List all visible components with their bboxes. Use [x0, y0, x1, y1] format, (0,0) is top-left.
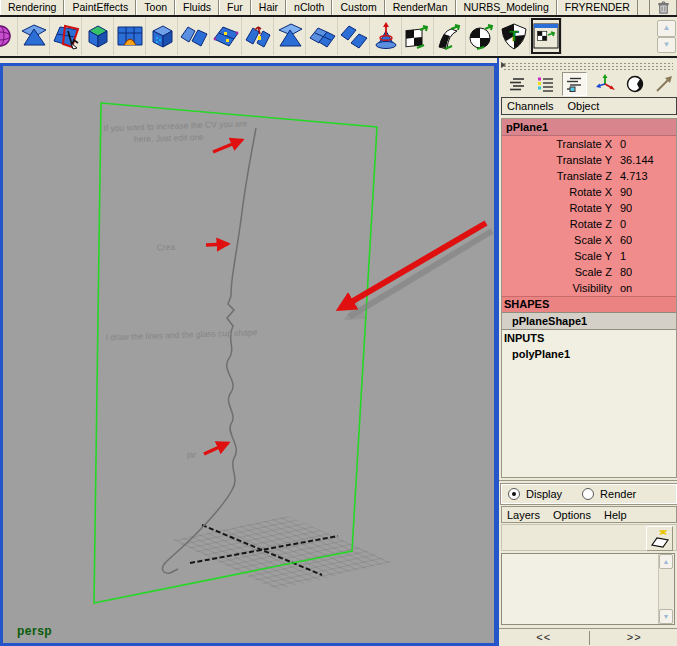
inputs-section-header: INPUTS: [502, 330, 676, 346]
pager-prev-button[interactable]: <<: [499, 629, 589, 646]
shape-node-name[interactable]: pPlaneShape1: [502, 312, 676, 330]
poly-plane-cursor-icon[interactable]: [50, 17, 82, 55]
channel-row: Rotate X90: [502, 184, 676, 200]
manipulator-icon[interactable]: [593, 72, 619, 96]
shelf-tab-bar: Rendering PaintEffects Toon Fluids Fur H…: [0, 0, 677, 17]
tab-fryrender[interactable]: FRYRENDER: [557, 0, 638, 15]
channel-row: Translate Z4.713: [502, 168, 676, 184]
channel-value[interactable]: 80: [620, 264, 676, 280]
annotation-note2: Crea: [156, 242, 175, 253]
uv-bend-checker-icon[interactable]: [434, 17, 466, 55]
new-layer-icon: [650, 530, 670, 548]
svg-text:T: T: [509, 27, 518, 44]
tab-custom[interactable]: Custom: [332, 0, 384, 15]
display-radio[interactable]: [508, 488, 520, 500]
new-layer-button[interactable]: [646, 526, 673, 551]
shelf-scroll-up[interactable]: ▲: [657, 20, 676, 37]
channel-value[interactable]: 90: [620, 184, 676, 200]
channel-value[interactable]: 0: [620, 216, 676, 232]
pager-next-button[interactable]: >>: [590, 629, 677, 646]
tab-painteffects[interactable]: PaintEffects: [64, 0, 136, 15]
display-radio-label[interactable]: Display: [526, 488, 562, 500]
panel-drag-handle[interactable]: [503, 61, 673, 70]
channel-row: Scale Y1: [502, 248, 676, 264]
handle-arrow-icon: [501, 62, 506, 68]
annotation-note1a: If you want to increase the CV you are: [103, 118, 248, 133]
tab-ncloth[interactable]: nCloth: [286, 0, 332, 15]
layer-mode-row: Display Render: [501, 484, 677, 504]
channel-value[interactable]: on: [620, 280, 676, 296]
profile-curve[interactable]: [163, 128, 256, 573]
perspective-viewport[interactable]: If you want to increase the CV you are h…: [0, 63, 497, 646]
shelf-scroll-down[interactable]: ▼: [657, 37, 676, 54]
soft-mod-cone-icon[interactable]: [370, 17, 402, 55]
tab-fur[interactable]: Fur: [219, 0, 251, 15]
menu-channels[interactable]: Channels: [507, 100, 553, 112]
poly-plane-pair-icon[interactable]: [306, 17, 338, 55]
camera-label: persp: [17, 624, 52, 638]
uv-sphere-checker-icon[interactable]: [466, 17, 498, 55]
annotation-note3: I draw the lines and the glass cup shape: [106, 327, 258, 342]
channel-label: Translate Z: [502, 168, 612, 184]
channel-box-menubar: Channels Object: [501, 97, 677, 115]
menu-object[interactable]: Object: [567, 100, 599, 112]
poly-pyramid-tilt-icon[interactable]: [274, 17, 306, 55]
layer-list-scrollbar[interactable]: ▲ ▼: [658, 554, 674, 624]
tab-rendering[interactable]: Rendering: [0, 0, 64, 15]
poly-cube-green-top-icon[interactable]: [82, 17, 114, 55]
channel-value[interactable]: 1: [620, 248, 676, 264]
render-radio[interactable]: [582, 488, 594, 500]
render-radio-label[interactable]: Render: [600, 488, 636, 500]
channel-row: Translate Y36.144: [502, 152, 676, 168]
channel-value[interactable]: 36.144: [620, 152, 676, 168]
list-plain-icon[interactable]: [504, 72, 530, 96]
tab-toon[interactable]: Toon: [136, 0, 175, 15]
poly-planes-duo-icon[interactable]: [338, 17, 370, 55]
annotation-note4: jar: [186, 449, 197, 459]
channel-box-panel: Channels Object pPlane1 Translate X0 Tra…: [497, 58, 677, 646]
poly-cube-dotted-icon[interactable]: [146, 17, 178, 55]
poly-planes-split-icon[interactable]: [242, 17, 274, 55]
tab-renderman[interactable]: RenderMan: [385, 0, 456, 15]
menu-options[interactable]: Options: [553, 509, 591, 521]
big-arrow: [341, 223, 486, 308]
tab-nurbs-modeling[interactable]: NURBS_Modeling: [456, 0, 557, 15]
tab-hair[interactable]: Hair: [251, 0, 286, 15]
scroll-down-icon[interactable]: ▼: [659, 609, 673, 624]
menu-help[interactable]: Help: [604, 509, 627, 521]
channel-value[interactable]: 60: [620, 232, 676, 248]
menu-layers[interactable]: Layers: [507, 509, 540, 521]
tab-fluids[interactable]: Fluids: [175, 0, 219, 15]
list-boxed-icon[interactable]: [562, 72, 588, 96]
node-name[interactable]: pPlane1: [502, 119, 676, 136]
channel-row: Scale Z80: [502, 264, 676, 280]
shapes-section-header: SHAPES: [502, 296, 676, 312]
uv-shield-t-icon[interactable]: T: [498, 17, 530, 55]
trash-icon[interactable]: [649, 0, 677, 15]
channel-label: Rotate Y: [502, 200, 612, 216]
trash-icon-glyph: [657, 1, 670, 14]
poly-sphere-partial-icon[interactable]: [0, 17, 18, 55]
channel-value[interactable]: 0: [620, 136, 676, 152]
layer-pager: << >>: [499, 628, 677, 646]
channel-row: Rotate Z0: [502, 216, 676, 232]
poly-plane-arch-icon[interactable]: [114, 17, 146, 55]
poly-plane-extract-icon[interactable]: [210, 17, 242, 55]
contrast-circle-icon[interactable]: [622, 72, 648, 96]
viewport-annotations: If you want to increase the CV you are h…: [98, 118, 262, 462]
channel-label: Visibility: [502, 280, 612, 296]
scroll-up-icon[interactable]: ▲: [659, 554, 673, 569]
uv-plane-checker-icon[interactable]: [402, 17, 434, 55]
channel-value[interactable]: 4.713: [620, 168, 676, 184]
channel-value[interactable]: 90: [620, 200, 676, 216]
layer-editor-menubar: Layers Options Help: [501, 506, 677, 523]
poly-two-planes-icon[interactable]: [178, 17, 210, 55]
speed-arrow-icon[interactable]: [651, 72, 677, 96]
layer-list[interactable]: ▲ ▼: [501, 553, 675, 625]
uv-window-checker-icon[interactable]: [530, 17, 562, 55]
poly-pyramid-plane-icon[interactable]: [18, 17, 50, 55]
channel-label: Translate Y: [502, 152, 612, 168]
channel-label: Scale Z: [502, 264, 612, 280]
list-colored-icon[interactable]: [533, 72, 559, 96]
input-node-name[interactable]: polyPlane1: [502, 346, 676, 362]
